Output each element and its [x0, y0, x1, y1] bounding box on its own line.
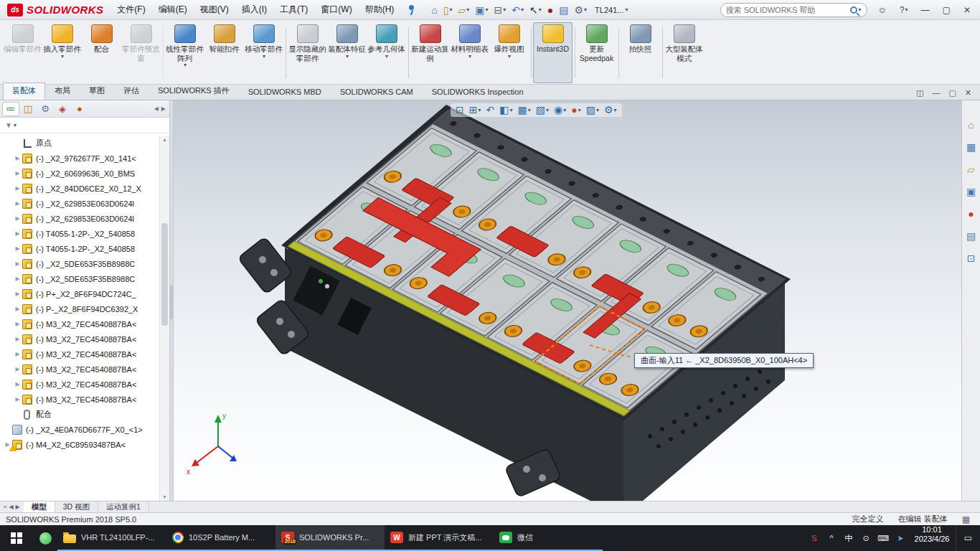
appearances-icon[interactable]: ●: [964, 207, 979, 221]
graphics-area[interactable]: y x ⊡ ▾ ⊞ ▾ ↶: [174, 100, 961, 501]
tree-item[interactable]: ▶ (-) M3_X2_7EC4540887BA<: [0, 362, 158, 377]
tree-item[interactable]: ▶ (-) M3_X2_7EC4540887BA<: [0, 377, 158, 392]
ribbon-button[interactable]: 参考几何体 ▾: [367, 22, 406, 83]
undo-icon[interactable]: ↶ ▾: [509, 4, 526, 17]
maximize-window-icon[interactable]: ▢ ▾: [941, 4, 953, 17]
tree-item[interactable]: ▶ (-) M3_X2_7EC4540887BA<: [0, 316, 158, 331]
expand-arrow-icon[interactable]: ▶: [13, 276, 22, 282]
apply-scene-icon[interactable]: ▨ ▾: [584, 104, 601, 116]
status-grid-icon[interactable]: ▦: [962, 514, 970, 524]
taskbar-app-button[interactable]: W 新建 PPT 演示文稿...: [385, 525, 494, 551]
taskbar-app-button[interactable]: VHR TL24100LFP-...: [57, 525, 166, 551]
ribbon-button[interactable]: 移动零部件 ▾: [244, 22, 283, 83]
menu-item[interactable]: 窗口(W): [314, 0, 358, 19]
menu-item[interactable]: 帮助(H): [359, 0, 401, 19]
ribbon-button[interactable]: 更新 Speedpak ▾: [577, 22, 616, 83]
display-style-icon[interactable]: ▧ ▾: [534, 104, 551, 116]
scroll-prev-tab-icon[interactable]: ◀: [9, 504, 13, 510]
tree-item[interactable]: ▶ (-) P-_X2_8F6F94DC6392_X: [0, 301, 158, 316]
view-orientation-icon[interactable]: ▦ ▾: [515, 104, 532, 116]
action-center-button[interactable]: ▭: [956, 525, 980, 551]
expand-arrow-icon[interactable]: ▶: [13, 260, 22, 267]
ribbon-tab[interactable]: SOLIDWORKS CAM: [331, 85, 423, 100]
tree-item[interactable]: ▶ (-) _X2_5DE653F35B8988C: [0, 256, 158, 271]
ribbon-button[interactable]: 配合 ▾: [82, 22, 121, 83]
blue-app-tray-icon[interactable]: ➤: [892, 525, 908, 551]
scroll-up-icon[interactable]: ▲: [160, 137, 169, 142]
tree-item[interactable]: ▶ (-) _X2_9762677F_X0_141<: [0, 151, 158, 166]
ribbon-tab[interactable]: 草图: [80, 83, 114, 100]
ime-mode-indicator[interactable]: 中: [841, 525, 857, 551]
tree-item[interactable]: ▶ (-) T4055-1-2P-_X2_540858: [0, 226, 158, 241]
tree-item[interactable]: ▶ (-) P+_X2_8F6F94DC724C_: [0, 286, 158, 301]
expand-arrow-icon[interactable]: ▶: [13, 200, 22, 207]
zoom-area-icon[interactable]: ⊞ ▾: [467, 104, 484, 116]
ribbon-tab[interactable]: SOLIDWORKS MBD: [239, 85, 331, 100]
open-icon[interactable]: ▱ ▾: [456, 4, 472, 17]
expand-arrow-icon[interactable]: ▶: [13, 155, 22, 161]
cascade-doc-icon[interactable]: ◫: [916, 88, 923, 98]
close-window-icon[interactable]: ✕ ▾: [961, 4, 973, 17]
close-doc-icon[interactable]: ✕: [965, 88, 971, 98]
tree-item[interactable]: ▶ (-) M3_X2_7EC4540887BA<: [0, 347, 158, 362]
ribbon-button[interactable]: 线性零部件阵列 ▾: [165, 22, 204, 83]
panel-scroll-right-icon[interactable]: ▶: [161, 105, 166, 112]
view-settings-icon[interactable]: ⚙ ▾: [602, 104, 619, 116]
previous-view-icon[interactable]: ↶ ▾: [484, 104, 496, 116]
ribbon-button[interactable]: 材料明细表 ▾: [450, 22, 489, 83]
hidden-icons-chevron[interactable]: ^: [824, 525, 839, 551]
edit-appearance-icon[interactable]: ● ▾: [569, 104, 583, 116]
home-icon[interactable]: ⌂: [964, 118, 979, 132]
tree-item[interactable]: ▶ (-) _X2_60699636_X0_BMS: [0, 166, 158, 181]
tree-item[interactable]: ▶ (-) M3_X2_7EC4540887BA<: [0, 331, 158, 347]
menu-item[interactable]: 视图(V): [194, 0, 235, 19]
tree-item[interactable]: ▶ 配合: [0, 407, 158, 422]
ribbon-button[interactable]: 零部件预览窗 ▾: [121, 22, 161, 83]
view-palette-icon[interactable]: ▣: [964, 184, 979, 199]
zoom-fit-icon[interactable]: ⊡ ▾: [453, 104, 466, 116]
taskbar-app-button[interactable]: 10S2P Battery M...: [166, 525, 275, 551]
tree-item[interactable]: ▶ (-) M4_X2_6C89593487BA<: [0, 437, 158, 452]
print-icon[interactable]: ⊟ ▾: [492, 4, 509, 17]
ribbon-button[interactable]: 智能扣件 ▾: [204, 22, 244, 83]
tree-item[interactable]: ▶ (-) _X2_4E0A76D6677F_X0_<1>: [0, 422, 158, 437]
ribbon-tab[interactable]: 评估: [114, 83, 149, 100]
ribbon-button[interactable]: 爆炸视图 ▾: [489, 22, 529, 83]
panel-scroll-left-icon[interactable]: ◀: [154, 105, 159, 112]
ribbon-button[interactable]: 插入零部件 ▾: [42, 22, 82, 83]
tree-item[interactable]: ▶ (-) _X2_5DE653F35B8988C: [0, 271, 158, 286]
search-dropdown-arrow-icon[interactable]: ▾: [859, 6, 862, 13]
dimxpertmanager-tab[interactable]: ◈: [54, 102, 71, 116]
expand-arrow-icon[interactable]: ▶: [13, 291, 22, 297]
expand-arrow-icon[interactable]: ▶: [13, 215, 22, 222]
ribbon-tab[interactable]: SOLIDWORKS Inspection: [423, 85, 533, 100]
menu-item[interactable]: 编辑(E): [152, 0, 194, 19]
home-icon[interactable]: ⌂ ▾: [429, 4, 439, 17]
tree-item[interactable]: ▶ (-) T4055-1-2P-_X2_540858: [0, 241, 158, 256]
propertymanager-tab[interactable]: ◫: [19, 102, 37, 116]
ribbon-button[interactable]: 拍快照 ▾: [621, 22, 660, 83]
minimize-doc-icon[interactable]: —: [932, 88, 940, 98]
featuremanager-tree-tab[interactable]: ≔: [2, 102, 19, 116]
ribbon-button[interactable]: 装配体特征 ▾: [327, 22, 367, 83]
save-icon[interactable]: ▣ ▾: [473, 4, 490, 17]
ribbon-tab[interactable]: 装配体: [3, 83, 45, 100]
expand-arrow-icon[interactable]: ▶: [13, 185, 22, 192]
expand-arrow-icon[interactable]: ▶: [13, 396, 22, 402]
help-icon[interactable]: ? ▾: [897, 4, 910, 17]
report-icon[interactable]: ▤ ▾: [557, 4, 570, 17]
menu-item[interactable]: 插入(I): [235, 0, 273, 19]
document-switcher[interactable]: TL241... ▾: [595, 6, 628, 14]
scroll-next-tab-icon[interactable]: ▶: [16, 504, 20, 510]
tree-scrollbar[interactable]: ▲ ▼: [159, 136, 169, 501]
pin-toolbar-icon[interactable]: [407, 4, 415, 15]
section-view-icon[interactable]: ◧ ▾: [497, 104, 514, 116]
expand-arrow-icon[interactable]: ▶: [13, 230, 22, 237]
tree-item[interactable]: ▶ (-) _X2_629853E063D0624l: [0, 196, 158, 211]
scrollbar-thumb[interactable]: [161, 223, 168, 326]
minimize-window-icon[interactable]: — ▾: [919, 4, 932, 17]
tree-item[interactable]: ▶ (-) _X2_629853E063D0624l: [0, 211, 158, 226]
ribbon-button[interactable]: 大型装配体模式 ▾: [664, 22, 704, 83]
file-explorer-icon[interactable]: ▱: [964, 162, 979, 176]
displaymanager-tab[interactable]: ●: [71, 102, 88, 116]
